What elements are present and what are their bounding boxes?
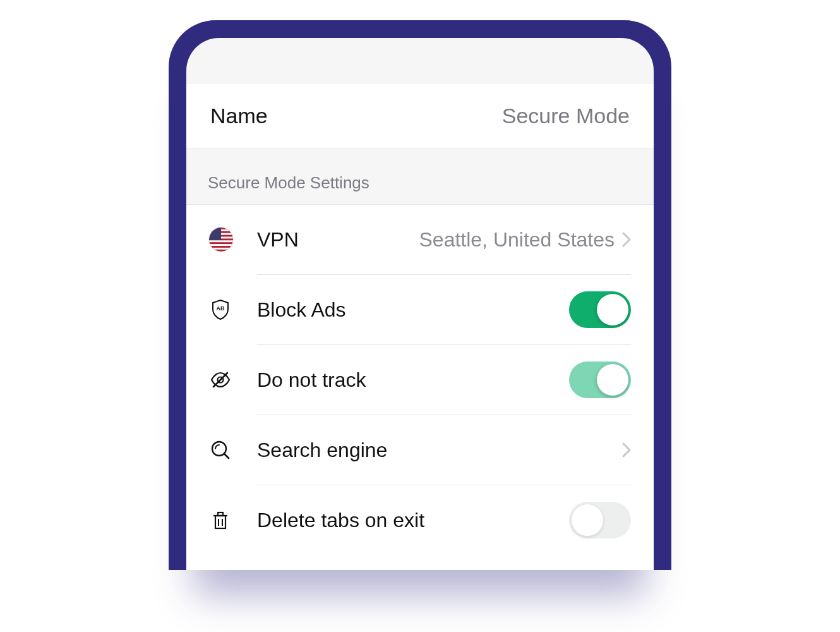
mode-name-value: Secure Mode xyxy=(502,104,630,128)
chevron-right-icon xyxy=(622,442,631,458)
svg-rect-14 xyxy=(215,516,225,528)
section-header: Secure Mode Settings xyxy=(186,149,654,205)
vpn-value: Seattle, United States xyxy=(419,228,615,252)
mode-name-row[interactable]: Name Secure Mode xyxy=(186,83,654,149)
eye-off-icon xyxy=(209,368,257,391)
vpn-row[interactable]: VPN Seattle, United States xyxy=(209,205,654,274)
search-engine-label: Search engine xyxy=(257,439,387,462)
svg-text:AB: AB xyxy=(217,305,225,312)
vpn-label: VPN xyxy=(257,228,299,252)
mode-name-label: Name xyxy=(210,104,268,128)
delete-tabs-row: Delete tabs on exit xyxy=(209,485,654,555)
svg-rect-8 xyxy=(209,228,221,240)
block-ads-label: Block Ads xyxy=(257,298,346,322)
delete-tabs-toggle[interactable] xyxy=(569,502,631,538)
svg-rect-7 xyxy=(209,248,233,250)
phone-frame: Name Secure Mode Secure Mode Settings xyxy=(169,20,671,570)
svg-line-13 xyxy=(224,454,229,458)
block-ads-toggle[interactable] xyxy=(569,291,631,328)
delete-tabs-label: Delete tabs on exit xyxy=(257,509,424,532)
status-bar-area xyxy=(186,38,654,83)
chevron-right-icon xyxy=(622,232,631,247)
trash-icon xyxy=(209,509,257,532)
svg-rect-6 xyxy=(209,244,233,246)
settings-list: VPN Seattle, United States AB Block Ads xyxy=(186,205,654,570)
search-engine-row[interactable]: Search engine xyxy=(209,415,654,485)
shield-adblock-icon: AB xyxy=(209,298,257,321)
block-ads-row: AB Block Ads xyxy=(209,275,654,344)
phone-screen: Name Secure Mode Secure Mode Settings xyxy=(186,38,654,570)
svg-rect-5 xyxy=(209,240,233,242)
svg-rect-16 xyxy=(218,513,223,516)
do-not-track-toggle[interactable] xyxy=(569,362,631,398)
do-not-track-label: Do not track xyxy=(257,368,366,392)
search-icon xyxy=(209,439,257,461)
do-not-track-row: Do not track xyxy=(209,345,654,415)
us-flag-icon xyxy=(209,228,257,252)
